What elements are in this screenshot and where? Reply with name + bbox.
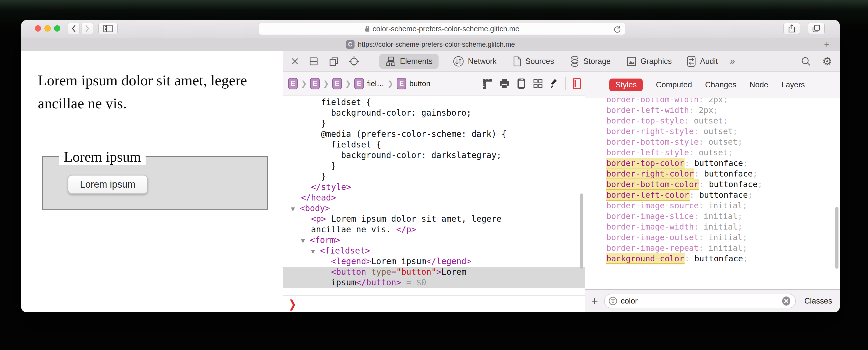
source-line[interactable]: </style>	[283, 182, 585, 193]
sidebar-toggle-button[interactable]	[98, 23, 118, 34]
css-declarations-panel[interactable]: border-bottom-width: 2px;border-left-wid…	[585, 98, 840, 289]
breadcrumb-element-badge[interactable]: E	[288, 78, 298, 89]
tab-audit[interactable]: Audit	[686, 55, 718, 67]
address-bar[interactable]: color-scheme-prefers-color-scheme.glitch…	[259, 23, 625, 35]
device-emulation-icon[interactable]	[517, 78, 526, 89]
css-semicolon: ;	[743, 254, 748, 263]
undock-icon[interactable]	[329, 56, 339, 66]
tab-layers[interactable]: Layers	[781, 80, 805, 89]
dom-tree-panel[interactable]: fieldset { background-color: gainsboro; …	[283, 95, 585, 295]
css-property-row[interactable]: border-left-color: buttonface;	[606, 189, 840, 200]
breadcrumb-element-badge[interactable]: E	[354, 78, 364, 89]
new-tab-button[interactable]: +	[824, 39, 830, 50]
source-token: }	[291, 118, 326, 128]
css-property-row[interactable]: border-right-style: outset;	[606, 126, 840, 137]
classes-toggle-label[interactable]: Classes	[804, 296, 832, 305]
search-icon[interactable]	[801, 56, 811, 67]
css-property-row[interactable]: border-left-style: outset;	[606, 147, 840, 158]
tab-overview-button[interactable]	[808, 23, 825, 34]
rulers-icon[interactable]	[482, 78, 492, 89]
css-property-row[interactable]: border-image-slice: initial;	[606, 211, 840, 222]
css-property-row[interactable]: border-bottom-style: outset;	[606, 137, 840, 147]
css-property-row[interactable]: border-top-style: outset;	[606, 115, 840, 126]
zoom-window-button[interactable]	[54, 25, 60, 32]
tab-sources[interactable]: Sources	[513, 56, 554, 67]
styles-filter-input[interactable]: color	[604, 294, 796, 308]
css-property-row[interactable]: border-image-source: initial;	[606, 200, 840, 211]
tab-network[interactable]: Network	[453, 56, 497, 67]
tab-storage[interactable]: Storage	[570, 55, 611, 67]
tab-computed[interactable]: Computed	[656, 80, 692, 89]
source-line[interactable]: fieldset {	[283, 139, 585, 150]
breadcrumb-element-badge[interactable]: E	[397, 78, 406, 89]
source-token: </p>	[396, 225, 416, 234]
paint-flashing-icon[interactable]	[550, 78, 559, 89]
css-property-row[interactable]: border-image-outset: initial;	[606, 232, 840, 243]
styles-scrollbar-thumb[interactable]	[835, 207, 838, 269]
element-picker-icon[interactable]	[348, 56, 360, 67]
source-line[interactable]: </head>	[283, 193, 585, 203]
forward-button[interactable]	[81, 23, 93, 34]
more-tabs-chevron[interactable]: »	[730, 56, 735, 67]
clear-filter-icon[interactable]	[781, 296, 791, 306]
active-tab-title[interactable]: https://color-scheme-prefers-color-schem…	[358, 41, 515, 49]
source-scrollbar-thumb[interactable]	[580, 194, 583, 269]
element-highlight-icon[interactable]	[572, 78, 581, 89]
css-colon: :	[694, 126, 704, 136]
new-rule-plus-icon[interactable]: +	[591, 294, 598, 308]
source-line[interactable]: ancillae ne vis. </p>	[283, 224, 585, 235]
title-bar: color-scheme-prefers-color-scheme.glitch…	[21, 20, 840, 38]
share-button[interactable]	[783, 23, 800, 34]
source-token: <form>	[310, 235, 340, 245]
css-property-row[interactable]: border-right-color: buttonface;	[606, 169, 840, 179]
source-line[interactable]: ▼ <body>	[283, 203, 585, 214]
close-window-button[interactable]	[35, 25, 41, 32]
tab-elements[interactable]: Elements	[379, 54, 438, 69]
css-semicolon: ;	[738, 211, 742, 221]
tab-node[interactable]: Node	[750, 80, 768, 89]
reload-icon[interactable]	[613, 25, 621, 34]
source-line[interactable]: ▼ <form>	[283, 235, 585, 245]
print-styles-icon[interactable]	[499, 78, 510, 89]
breadcrumb-element-badge[interactable]: E	[310, 78, 320, 89]
source-line[interactable]: }	[283, 161, 585, 171]
filter-input-value: color	[621, 296, 781, 305]
css-colon: :	[699, 243, 709, 253]
source-line-selected[interactable]: ipsum</button> = $0	[283, 277, 585, 288]
css-property-row[interactable]: border-top-color: buttonface;	[606, 158, 840, 169]
tab-changes[interactable]: Changes	[705, 80, 736, 89]
tab-storage-label: Storage	[583, 57, 611, 66]
tab-styles[interactable]: Styles	[609, 79, 643, 91]
source-line[interactable]: @media (prefers-color-scheme: dark) {	[283, 129, 585, 139]
css-property-row[interactable]: border-image-width: initial;	[606, 222, 840, 232]
source-line[interactable]: fieldset {	[283, 97, 585, 108]
dock-bottom-icon[interactable]	[309, 56, 319, 66]
source-line[interactable]: <p> Lorem ipsum dolor sit amet, legere	[283, 214, 585, 224]
source-token: ▼	[291, 205, 295, 213]
source-token: }	[291, 172, 326, 181]
css-property-row[interactable]: border-left-width: 2px;	[606, 105, 840, 115]
source-token: <body>	[300, 203, 330, 213]
minimize-window-button[interactable]	[44, 25, 51, 32]
grid-overlay-icon[interactable]	[533, 78, 543, 89]
source-line[interactable]: }	[283, 118, 585, 129]
css-property-row[interactable]: background-color: buttonface;	[606, 253, 840, 264]
close-devtools-icon[interactable]	[290, 57, 300, 66]
breadcrumb-element-badge[interactable]: E	[332, 78, 342, 89]
breadcrumb-button-label[interactable]: button	[409, 79, 430, 88]
source-line[interactable]: background-color: gainsboro;	[283, 108, 585, 118]
source-line[interactable]: <legend>Lorem ipsum</legend>	[283, 256, 585, 267]
tab-graphics[interactable]: Graphics	[626, 56, 672, 67]
webpage-button[interactable]: Lorem ipsum	[68, 175, 148, 194]
source-line[interactable]: ▼ <fieldset>	[283, 245, 585, 256]
source-line-selected[interactable]: <button type="button">Lorem	[283, 267, 585, 277]
quick-console[interactable]: ❯	[283, 295, 585, 312]
css-property-row[interactable]: border-image-repeat: initial;	[606, 243, 840, 253]
css-property-row[interactable]: border-bottom-color: buttonface;	[606, 179, 840, 189]
css-property-row[interactable]: border-bottom-width: 2px;	[606, 98, 840, 105]
breadcrumb-fieldset-label[interactable]: fiel…	[367, 79, 384, 88]
back-button[interactable]	[68, 23, 80, 34]
source-line[interactable]: background-color: darkslategray;	[283, 150, 585, 161]
source-line[interactable]: }	[283, 171, 585, 182]
settings-gear-icon[interactable]: ⚙	[822, 56, 832, 67]
